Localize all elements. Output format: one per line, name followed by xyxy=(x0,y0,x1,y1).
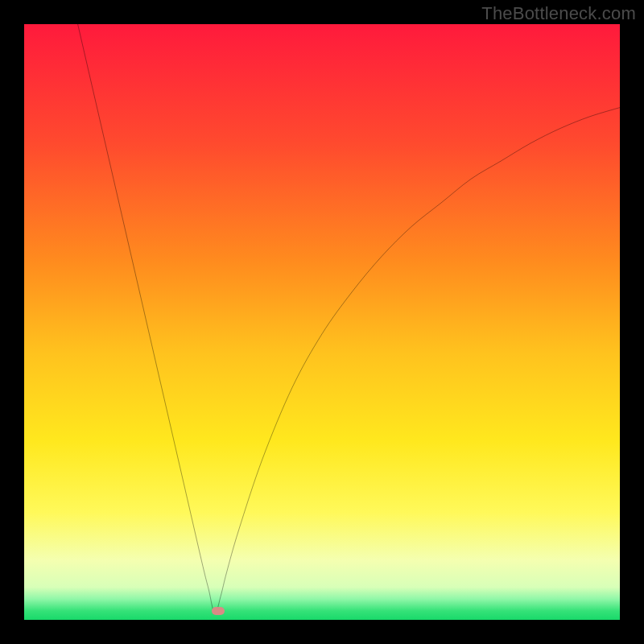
frame: TheBottleneck.com xyxy=(0,0,644,644)
plot-area xyxy=(24,24,620,620)
watermark-label: TheBottleneck.com xyxy=(481,3,636,24)
minimum-marker xyxy=(212,607,225,615)
bottleneck-curve xyxy=(24,24,620,620)
